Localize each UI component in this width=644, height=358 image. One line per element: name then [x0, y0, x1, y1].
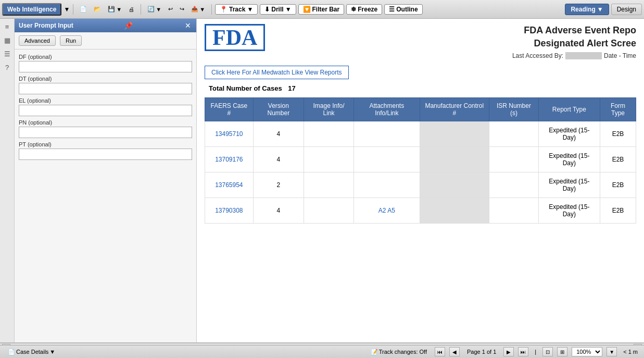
- total-cases-label: Total Number of Cases: [209, 84, 282, 92]
- form-type-cell: E2B: [600, 198, 636, 224]
- track-changes-btn[interactable]: 📝 Track changes: Off: [367, 348, 431, 356]
- advanced-button[interactable]: Advanced: [19, 35, 56, 46]
- main-content: FDA FDA Adverse Event Repo Designated Al…: [197, 19, 644, 342]
- medwatch-link[interactable]: Click Here For All Medwatch Like View Re…: [205, 66, 349, 79]
- nav-icon-2[interactable]: ▦: [2, 34, 13, 46]
- prev-page-btn[interactable]: ◀: [449, 347, 460, 356]
- outline-button[interactable]: ☰ Outline: [384, 4, 422, 15]
- nav-icon-3[interactable]: ☰: [2, 48, 13, 59]
- zoom-dropdown-btn[interactable]: ▼: [607, 347, 617, 356]
- pn-input[interactable]: [19, 127, 192, 138]
- sidebar-title: User Prompt Input: [19, 22, 73, 29]
- image-info-cell: [304, 147, 353, 172]
- send-icon: 📤: [191, 6, 198, 13]
- fda-logo: FDA: [205, 24, 265, 51]
- filter-icon: 🔽: [303, 6, 311, 13]
- toolbar-sep-2: [141, 4, 141, 15]
- sidebar-header: User Prompt Input 📌 ✕: [15, 19, 196, 32]
- new-icon: 📄: [80, 6, 87, 13]
- sidebar-close-button[interactable]: ✕: [184, 21, 192, 30]
- pt-label: PT (optional): [19, 141, 192, 147]
- refresh-dropdown-icon: ▼: [156, 6, 161, 13]
- undo-button[interactable]: ↩: [165, 4, 176, 14]
- reading-button[interactable]: Reading ▼: [565, 4, 609, 15]
- next-page-btn[interactable]: ▶: [503, 347, 514, 356]
- send-split-button[interactable]: 📤▼: [188, 4, 208, 14]
- track-label: Track: [229, 6, 245, 13]
- last-accessed-label: Last Accessed By:: [512, 52, 563, 59]
- drill-button[interactable]: ⬇ Drill ▼: [260, 4, 296, 15]
- case-number-link[interactable]: 13709176: [215, 156, 243, 163]
- redo-icon: ↪: [180, 6, 184, 13]
- main-toolbar: Web Intelligence ▼ 📄 📂 💾▼ 🖨 🔄▼ ↩ ↪ 📤▼ 📍 …: [0, 0, 644, 19]
- table-row: 134957104Expedited (15-Day)E2B: [205, 121, 636, 147]
- toolbar-sep-1: [73, 4, 73, 15]
- zoom-select[interactable]: 100% 75% 125% 150%: [572, 347, 602, 356]
- open-icon: 📂: [94, 6, 101, 13]
- version-cell: 4: [253, 147, 304, 172]
- report-type-cell: Expedited (15-Day): [538, 121, 600, 147]
- attachment-link[interactable]: A2: [378, 207, 386, 214]
- attachments-cell: [354, 147, 420, 172]
- run-button[interactable]: Run: [60, 35, 82, 46]
- el-input[interactable]: [19, 105, 192, 116]
- nav-icon-4[interactable]: ?: [2, 61, 13, 73]
- case-number-link[interactable]: 13495710: [215, 130, 243, 138]
- isr-number-cell: [489, 172, 539, 198]
- case-number-link[interactable]: 13765954: [215, 181, 243, 189]
- filter-bar-label: Filter Bar: [312, 6, 340, 13]
- track-changes-icon: 📝: [371, 349, 378, 355]
- reading-dropdown-icon: ▼: [597, 6, 603, 13]
- table-row: 137091764Expedited (15-Day)E2B: [205, 147, 636, 172]
- freeze-icon: ❄: [351, 6, 356, 13]
- pt-input[interactable]: [19, 149, 192, 160]
- status-sep-2: |: [535, 349, 536, 355]
- sidebar-pin-button[interactable]: 📌: [123, 21, 134, 30]
- case-details-status-btn[interactable]: 📄 Case Details ▼: [4, 348, 59, 356]
- col-header-version: Version Number: [253, 98, 304, 121]
- freeze-label: Freeze: [358, 6, 377, 13]
- track-button[interactable]: 📍 Track ▼: [215, 4, 258, 15]
- print-button[interactable]: 🖨: [125, 5, 137, 14]
- attachments-cell: [354, 121, 420, 147]
- table-row: 137903084A2 A5Expedited (15-Day)E2B: [205, 198, 636, 224]
- redo-button[interactable]: ↪: [176, 4, 187, 14]
- dt-input[interactable]: [19, 83, 192, 94]
- mem-info: < 1 m: [623, 349, 638, 355]
- attachment-link[interactable]: A5: [387, 207, 395, 214]
- open-button[interactable]: 📂: [91, 4, 104, 14]
- save-split-button[interactable]: 💾▼: [105, 4, 125, 14]
- report-title-line1: FDA Adverse Event Repo: [512, 24, 636, 37]
- image-info-cell: [304, 198, 353, 224]
- dt-label: DT (optional): [19, 76, 192, 82]
- form-type-cell: E2B: [600, 172, 636, 198]
- report-header-right: FDA Adverse Event Repo Designated Alert …: [512, 24, 636, 59]
- outline-label: Outline: [396, 6, 418, 13]
- isr-number-cell: [489, 198, 539, 224]
- filter-bar-button[interactable]: 🔽 Filter Bar: [298, 4, 345, 15]
- col-header-faers: FAERS Case #: [205, 98, 254, 121]
- el-field-group: EL (optional): [19, 97, 192, 116]
- case-details-status-label: Case Details: [16, 349, 48, 355]
- refresh-split-button[interactable]: 🔄▼: [144, 4, 165, 14]
- nav-icon-1[interactable]: ≡: [2, 21, 13, 32]
- first-page-btn[interactable]: ⏮: [435, 347, 445, 356]
- sidebar-fields: DF (optional) DT (optional) EL (optional…: [15, 50, 196, 164]
- icon-bar: ≡ ▦ ☰ ?: [0, 19, 15, 342]
- total-cases: Total Number of Cases 17: [205, 84, 636, 92]
- last-page-btn[interactable]: ⏭: [518, 347, 528, 356]
- isr-number-cell: [489, 147, 539, 172]
- df-input[interactable]: [19, 61, 192, 72]
- drill-dropdown-icon: ▼: [285, 6, 292, 13]
- fit-width-btn[interactable]: ⊡: [542, 347, 553, 356]
- fit-page-btn[interactable]: ⊞: [557, 347, 567, 356]
- track-icon: 📍: [220, 6, 228, 13]
- new-button[interactable]: 📄: [77, 4, 90, 14]
- col-header-form-type: Form Type: [600, 98, 636, 121]
- last-accessed: Last Accessed By: Date - Time: [512, 52, 636, 59]
- design-button[interactable]: Design: [611, 4, 642, 15]
- freeze-button[interactable]: ❄ Freeze: [346, 4, 382, 15]
- report-type-cell: Expedited (15-Day): [538, 172, 600, 198]
- case-number-link[interactable]: 13790308: [215, 207, 243, 214]
- app-name-button[interactable]: Web Intelligence: [2, 3, 61, 16]
